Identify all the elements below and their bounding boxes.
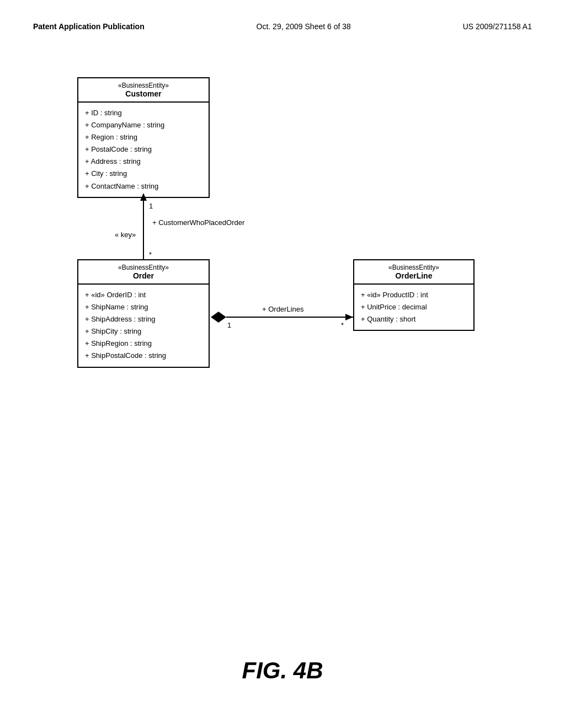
- order-classname: Order: [84, 271, 203, 280]
- svg-text:+ CustomerWhoPlacedOrder: + CustomerWhoPlacedOrder: [152, 218, 245, 227]
- orderline-class-header: «BusinessEntity» OrderLine: [354, 260, 473, 285]
- customer-attr-6: + City : string: [85, 168, 202, 180]
- header-date-sheet: Oct. 29, 2009 Sheet 6 of 38: [257, 22, 351, 31]
- order-attr-2: + ShipName : string: [85, 301, 202, 313]
- svg-marker-8: [345, 314, 353, 320]
- figure-caption: FIG. 4B: [0, 657, 565, 684]
- order-attr-6: + ShipPostalCode : string: [85, 350, 202, 362]
- customer-attr-7: + ContactName : string: [85, 180, 202, 192]
- order-class-header: «BusinessEntity» Order: [78, 260, 209, 285]
- orderline-attr-3: + Quantity : short: [361, 313, 467, 325]
- orderline-classname: OrderLine: [360, 271, 468, 280]
- svg-marker-7: [211, 312, 226, 323]
- order-class-body: + «id» OrderID : int + ShipName : string…: [78, 285, 209, 367]
- page-header: Patent Application Publication Oct. 29, …: [33, 22, 532, 31]
- order-class: «BusinessEntity» Order + «id» OrderID : …: [77, 259, 210, 368]
- customer-class-body: + ID : string + CompanyName : string + R…: [78, 103, 209, 197]
- orderline-class-body: + «id» ProductID : int + UnitPrice : dec…: [354, 285, 473, 330]
- order-attr-3: + ShipAddress : string: [85, 313, 202, 325]
- header-publication-label: Patent Application Publication: [33, 22, 145, 31]
- order-stereotype: «BusinessEntity»: [84, 264, 203, 271]
- customer-class: «BusinessEntity» Customer + ID : string …: [77, 77, 210, 198]
- svg-text:1: 1: [149, 202, 153, 210]
- orderline-attr-2: + UnitPrice : decimal: [361, 301, 467, 313]
- customer-attr-2: + CompanyName : string: [85, 119, 202, 131]
- customer-classname: Customer: [84, 89, 203, 98]
- svg-text:« key»: « key»: [115, 231, 136, 239]
- customer-stereotype: «BusinessEntity»: [84, 82, 203, 89]
- order-attr-5: + ShipRegion : string: [85, 338, 202, 350]
- orderline-class: «BusinessEntity» OrderLine + «id» Produc…: [353, 259, 475, 331]
- orderline-attr-1: + «id» ProductID : int: [361, 289, 467, 301]
- svg-text:*: *: [341, 321, 344, 329]
- header-patent-number: US 2009/271158 A1: [463, 22, 532, 31]
- diagram-area: «BusinessEntity» Customer + ID : string …: [33, 77, 532, 618]
- svg-text:+ OrderLines: + OrderLines: [262, 305, 304, 313]
- customer-attr-3: + Region : string: [85, 131, 202, 143]
- customer-attr-4: + PostalCode : string: [85, 143, 202, 156]
- svg-text:*: *: [149, 250, 152, 259]
- svg-text:1: 1: [227, 321, 231, 329]
- orderline-stereotype: «BusinessEntity»: [360, 264, 468, 271]
- customer-attr-1: + ID : string: [85, 107, 202, 119]
- customer-attr-5: + Address : string: [85, 156, 202, 168]
- customer-class-header: «BusinessEntity» Customer: [78, 78, 209, 103]
- order-attr-1: + «id» OrderID : int: [85, 289, 202, 301]
- order-attr-4: + ShipCity : string: [85, 325, 202, 338]
